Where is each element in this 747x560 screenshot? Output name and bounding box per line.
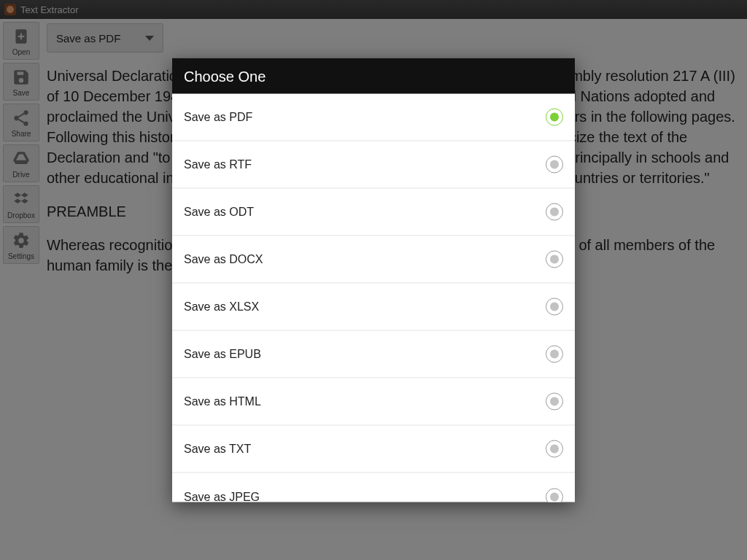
radio-icon[interactable] bbox=[546, 393, 563, 411]
dialog-option[interactable]: Save as TXT bbox=[172, 426, 575, 473]
dialog-option[interactable]: Save as DOCX bbox=[172, 236, 575, 284]
dialog-option-label: Save as PDF bbox=[184, 111, 252, 124]
dialog-title: Choose One bbox=[172, 58, 575, 94]
radio-icon[interactable] bbox=[546, 251, 563, 268]
dialog-option-label: Save as DOCX bbox=[184, 253, 263, 266]
dialog-option[interactable]: Save as EPUB bbox=[172, 331, 575, 378]
dialog-option[interactable]: Save as JPEG bbox=[172, 473, 575, 502]
radio-icon[interactable] bbox=[546, 109, 563, 126]
dialog-option-label: Save as HTML bbox=[184, 395, 261, 408]
radio-icon[interactable] bbox=[546, 488, 563, 502]
dialog-option-label: Save as XLSX bbox=[184, 300, 259, 314]
dialog-option-label: Save as RTF bbox=[184, 158, 252, 171]
choose-one-dialog: Choose One Save as PDFSave as RTFSave as… bbox=[172, 58, 575, 502]
radio-icon[interactable] bbox=[546, 440, 563, 458]
radio-icon[interactable] bbox=[546, 346, 563, 363]
dialog-option-list: Save as PDFSave as RTFSave as ODTSave as… bbox=[172, 94, 575, 502]
dialog-option[interactable]: Save as XLSX bbox=[172, 284, 575, 331]
dialog-option-label: Save as TXT bbox=[184, 443, 251, 456]
dialog-option-label: Save as EPUB bbox=[184, 348, 261, 361]
dialog-option-label: Save as JPEG bbox=[184, 490, 260, 502]
dialog-option[interactable]: Save as HTML bbox=[172, 378, 575, 426]
dialog-option[interactable]: Save as RTF bbox=[172, 141, 575, 189]
dialog-option-label: Save as ODT bbox=[184, 206, 254, 219]
radio-icon[interactable] bbox=[546, 203, 563, 221]
dialog-option[interactable]: Save as PDF bbox=[172, 94, 575, 141]
radio-icon[interactable] bbox=[546, 156, 563, 174]
dialog-option[interactable]: Save as ODT bbox=[172, 189, 575, 236]
radio-icon[interactable] bbox=[546, 298, 563, 316]
